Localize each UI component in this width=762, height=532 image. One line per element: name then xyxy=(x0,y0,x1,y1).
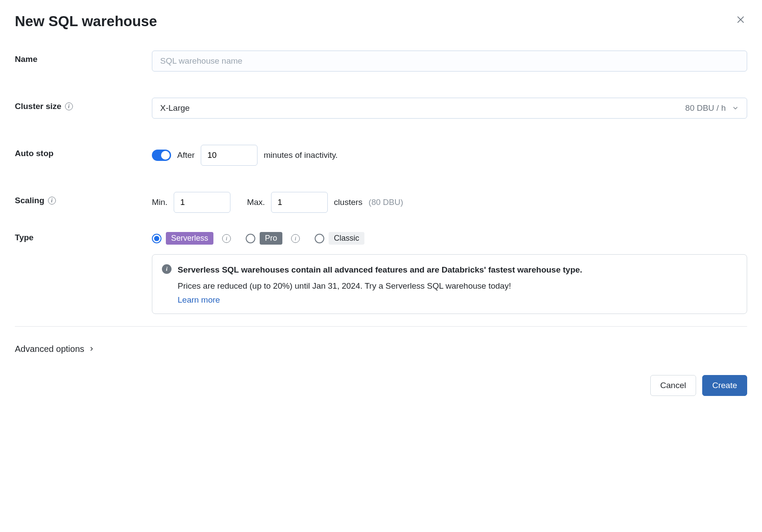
auto-stop-toggle[interactable] xyxy=(152,150,171,161)
auto-stop-minutes-input[interactable] xyxy=(201,145,257,166)
scaling-min-label: Min. xyxy=(152,198,168,207)
learn-more-link[interactable]: Learn more xyxy=(178,295,220,304)
create-button[interactable]: Create xyxy=(702,375,747,396)
type-badge-pro[interactable]: Pro xyxy=(260,232,282,245)
scaling-max-label: Max. xyxy=(247,198,265,207)
info-icon: i xyxy=(162,264,172,274)
type-radio-serverless[interactable] xyxy=(152,234,161,243)
scaling-label: Scaling xyxy=(15,196,45,205)
advanced-options-toggle[interactable]: Advanced options xyxy=(15,344,747,354)
type-radio-pro[interactable] xyxy=(246,234,255,243)
cancel-button[interactable]: Cancel xyxy=(650,375,696,396)
scaling-min-input[interactable] xyxy=(174,192,230,213)
type-badge-classic[interactable]: Classic xyxy=(329,232,364,245)
chevron-right-icon xyxy=(89,346,95,352)
cluster-size-label: Cluster size xyxy=(15,102,62,111)
type-radio-classic[interactable] xyxy=(315,234,324,243)
divider xyxy=(15,326,747,327)
info-icon[interactable]: i xyxy=(222,234,231,243)
auto-stop-after: After xyxy=(177,150,195,160)
close-icon xyxy=(736,15,745,24)
auto-stop-label: Auto stop xyxy=(15,145,152,158)
cluster-size-select[interactable]: X-Large 80 DBU / h xyxy=(152,98,747,119)
auto-stop-suffix: minutes of inactivity. xyxy=(264,150,338,160)
name-label: Name xyxy=(15,51,152,64)
name-input[interactable] xyxy=(152,51,747,72)
close-button[interactable] xyxy=(734,13,747,26)
info-icon[interactable]: i xyxy=(65,102,73,110)
type-label: Type xyxy=(15,232,152,242)
scaling-max-input[interactable] xyxy=(271,192,328,213)
info-icon[interactable]: i xyxy=(291,234,300,243)
chevron-down-icon xyxy=(732,105,739,112)
cluster-size-value: X-Large xyxy=(160,103,190,113)
type-info-title: Serverless SQL warehouses contain all ad… xyxy=(178,263,737,276)
scaling-dbu: (80 DBU) xyxy=(369,198,403,207)
type-info-body: Prices are reduced (up to 20%) until Jan… xyxy=(178,280,737,292)
advanced-options-label: Advanced options xyxy=(15,344,84,354)
scaling-clusters-label: clusters xyxy=(334,198,362,207)
info-icon[interactable]: i xyxy=(48,197,56,205)
page-title: New SQL warehouse xyxy=(15,13,157,30)
type-info-box: i Serverless SQL warehouses contain all … xyxy=(152,254,747,314)
cluster-size-dbu: 80 DBU / h xyxy=(685,103,726,113)
type-badge-serverless[interactable]: Serverless xyxy=(166,232,213,245)
